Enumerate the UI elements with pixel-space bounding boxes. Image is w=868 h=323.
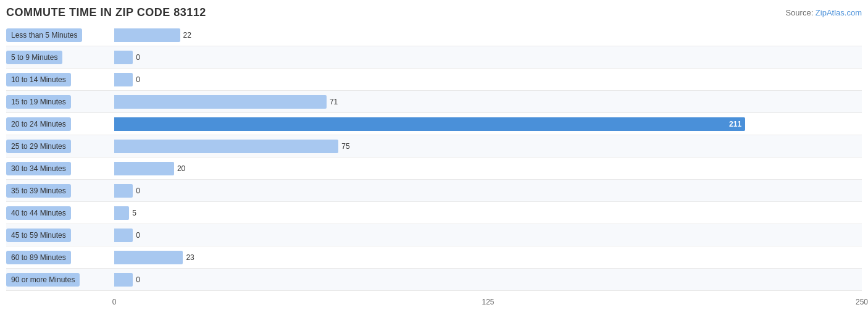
bar-row: 10 to 14 Minutes0 — [6, 69, 862, 91]
bar-label: 5 to 9 Minutes — [6, 46, 114, 68]
bar-fill: 0 — [114, 51, 133, 64]
bar-fill: 23 — [114, 251, 183, 264]
bar-label-text: 60 to 89 Minutes — [6, 251, 71, 264]
bar-track: 0 — [114, 180, 862, 201]
bar-row: 60 to 89 Minutes23 — [6, 246, 862, 269]
bars-wrapper: Less than 5 Minutes225 to 9 Minutes010 t… — [6, 24, 862, 295]
bar-label: 35 to 39 Minutes — [6, 180, 114, 201]
x-axis-tick: 0 — [112, 298, 117, 306]
bar-row: 5 to 9 Minutes0 — [6, 46, 862, 69]
bar-value: 0 — [136, 75, 140, 84]
x-axis-tick: 250 — [856, 298, 868, 306]
bar-track: 211 — [114, 113, 862, 135]
bar-fill: 71 — [114, 95, 327, 109]
bar-label: 40 to 44 Minutes — [6, 202, 114, 224]
bar-label: 60 to 89 Minutes — [6, 246, 114, 268]
bar-label: 25 to 29 Minutes — [6, 135, 114, 157]
bar-row: 35 to 39 Minutes0 — [6, 180, 862, 202]
bar-label-text: 20 to 24 Minutes — [6, 117, 71, 131]
chart-container: COMMUTE TIME IN ZIP CODE 83112 Source: Z… — [0, 0, 868, 323]
bar-label: 30 to 34 Minutes — [6, 157, 114, 179]
bar-label: 20 to 24 Minutes — [6, 113, 114, 135]
bar-label-text: 15 to 19 Minutes — [6, 95, 71, 109]
bar-label: 10 to 14 Minutes — [6, 69, 114, 90]
bar-row: Less than 5 Minutes22 — [6, 24, 862, 46]
bar-fill: 0 — [114, 273, 133, 287]
bar-track: 71 — [114, 91, 862, 112]
bar-label: 15 to 19 Minutes — [6, 91, 114, 112]
bar-value: 5 — [132, 209, 136, 217]
bar-label-text: 40 to 44 Minutes — [6, 206, 71, 220]
bar-label: 90 or more Minutes — [6, 269, 114, 290]
bar-label: 45 to 59 Minutes — [6, 224, 114, 246]
bar-row: 30 to 34 Minutes20 — [6, 157, 862, 180]
bar-value: 0 — [136, 187, 140, 195]
bar-row: 45 to 59 Minutes0 — [6, 224, 862, 246]
bar-value: 22 — [183, 31, 191, 40]
bar-row: 15 to 19 Minutes71 — [6, 91, 862, 113]
bar-row: 20 to 24 Minutes211 — [6, 113, 862, 135]
bar-fill: 20 — [114, 162, 174, 175]
bar-row: 25 to 29 Minutes75 — [6, 135, 862, 157]
bar-label-text: 10 to 14 Minutes — [6, 73, 71, 86]
bar-label: Less than 5 Minutes — [6, 24, 114, 46]
bar-value-inside: 211 — [729, 120, 741, 128]
source-link[interactable]: ZipAtlas.com — [816, 8, 862, 17]
chart-title: COMMUTE TIME IN ZIP CODE 83112 — [6, 6, 206, 19]
bar-fill: 75 — [114, 140, 338, 153]
bar-fill: 22 — [114, 28, 180, 42]
bar-label-text: 30 to 34 Minutes — [6, 162, 71, 175]
bar-fill: 0 — [114, 73, 133, 86]
bar-label-text: 25 to 29 Minutes — [6, 140, 71, 153]
bar-track: 0 — [114, 69, 862, 90]
bar-value: 75 — [341, 142, 349, 151]
bar-track: 0 — [114, 224, 862, 246]
chart-body: Less than 5 Minutes225 to 9 Minutes010 t… — [6, 24, 862, 298]
bar-value: 0 — [136, 231, 140, 240]
bar-label-text: 45 to 59 Minutes — [6, 229, 71, 242]
bar-track: 0 — [114, 269, 862, 290]
bar-track: 20 — [114, 157, 862, 179]
bar-value: 23 — [186, 253, 194, 262]
bar-label-text: 5 to 9 Minutes — [6, 51, 62, 64]
chart-header: COMMUTE TIME IN ZIP CODE 83112 Source: Z… — [6, 6, 862, 19]
bar-track: 23 — [114, 246, 862, 268]
bar-track: 5 — [114, 202, 862, 224]
bar-value: 0 — [136, 275, 140, 284]
bar-fill: 0 — [114, 184, 133, 198]
bar-row: 90 or more Minutes0 — [6, 269, 862, 291]
x-axis-tick: 125 — [482, 298, 494, 306]
bar-fill: 0 — [114, 229, 133, 242]
bar-label-text: Less than 5 Minutes — [6, 28, 82, 42]
bar-label-text: 35 to 39 Minutes — [6, 184, 71, 198]
bar-value: 71 — [330, 98, 338, 106]
bar-value: 20 — [177, 164, 185, 173]
bar-value: 0 — [136, 53, 140, 62]
bar-fill: 5 — [114, 206, 129, 220]
bar-track: 75 — [114, 135, 862, 157]
bar-label-text: 90 or more Minutes — [6, 273, 80, 287]
bar-track: 22 — [114, 24, 862, 46]
bar-track: 0 — [114, 46, 862, 68]
chart-source: Source: ZipAtlas.com — [785, 8, 862, 17]
bar-fill-highlighted: 211 — [114, 117, 745, 131]
bar-row: 40 to 44 Minutes5 — [6, 202, 862, 224]
